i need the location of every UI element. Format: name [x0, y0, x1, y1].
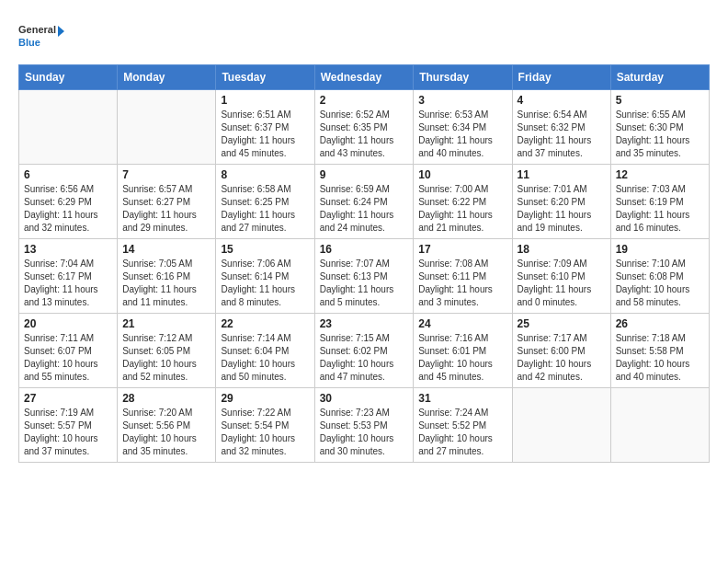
- day-info: Sunrise: 7:15 AMSunset: 6:02 PMDaylight:…: [320, 332, 409, 384]
- day-info: Sunrise: 7:20 AMSunset: 5:56 PMDaylight:…: [122, 407, 210, 458]
- day-number: 13: [24, 243, 112, 256]
- svg-text:General: General: [18, 24, 56, 35]
- day-number: 23: [320, 317, 409, 330]
- week-row-1: 1Sunrise: 6:51 AMSunset: 6:37 PMDaylight…: [19, 90, 710, 165]
- day-info: Sunrise: 7:00 AMSunset: 6:22 PMDaylight:…: [418, 183, 506, 235]
- day-info: Sunrise: 7:12 AMSunset: 6:05 PMDaylight:…: [122, 332, 210, 384]
- calendar-cell: 16Sunrise: 7:07 AMSunset: 6:13 PMDayligh…: [314, 239, 414, 314]
- day-info: Sunrise: 7:09 AMSunset: 6:10 PMDaylight:…: [518, 258, 606, 309]
- week-row-3: 13Sunrise: 7:04 AMSunset: 6:17 PMDayligh…: [19, 239, 710, 314]
- calendar-cell: 19Sunrise: 7:10 AMSunset: 6:08 PMDayligh…: [610, 239, 709, 314]
- day-number: 1: [221, 94, 309, 107]
- column-header-tuesday: Tuesday: [216, 65, 314, 90]
- day-info: Sunrise: 7:19 AMSunset: 5:57 PMDaylight:…: [24, 407, 112, 458]
- day-number: 9: [320, 168, 409, 181]
- day-info: Sunrise: 7:24 AMSunset: 5:52 PMDaylight:…: [418, 407, 506, 458]
- calendar-cell: 3Sunrise: 6:53 AMSunset: 6:34 PMDaylight…: [414, 90, 512, 165]
- calendar-cell: 7Sunrise: 6:57 AMSunset: 6:27 PMDaylight…: [118, 165, 216, 239]
- day-number: 19: [616, 243, 704, 256]
- day-number: 16: [320, 243, 409, 256]
- day-number: 10: [418, 168, 506, 181]
- header-row: SundayMondayTuesdayWednesdayThursdayFrid…: [19, 65, 710, 90]
- calendar-cell: 2Sunrise: 6:52 AMSunset: 6:35 PMDaylight…: [314, 90, 414, 165]
- week-row-5: 27Sunrise: 7:19 AMSunset: 5:57 PMDayligh…: [19, 388, 710, 463]
- svg-text:Blue: Blue: [18, 37, 40, 48]
- day-info: Sunrise: 7:14 AMSunset: 6:04 PMDaylight:…: [221, 332, 309, 384]
- day-number: 29: [221, 392, 309, 405]
- day-info: Sunrise: 7:22 AMSunset: 5:54 PMDaylight:…: [221, 407, 309, 458]
- column-header-friday: Friday: [512, 65, 610, 90]
- calendar-cell: 13Sunrise: 7:04 AMSunset: 6:17 PMDayligh…: [19, 239, 118, 314]
- week-row-2: 6Sunrise: 6:56 AMSunset: 6:29 PMDaylight…: [19, 165, 710, 239]
- day-number: 7: [122, 168, 210, 181]
- calendar-cell: 17Sunrise: 7:08 AMSunset: 6:11 PMDayligh…: [414, 239, 512, 314]
- calendar-cell: 28Sunrise: 7:20 AMSunset: 5:56 PMDayligh…: [118, 388, 216, 463]
- day-info: Sunrise: 6:59 AMSunset: 6:24 PMDaylight:…: [320, 183, 409, 235]
- calendar-cell: 29Sunrise: 7:22 AMSunset: 5:54 PMDayligh…: [216, 388, 314, 463]
- column-header-thursday: Thursday: [414, 65, 512, 90]
- day-number: 5: [616, 94, 704, 107]
- calendar-cell: 26Sunrise: 7:18 AMSunset: 5:58 PMDayligh…: [610, 314, 709, 388]
- calendar-cell: 9Sunrise: 6:59 AMSunset: 6:24 PMDaylight…: [314, 165, 414, 239]
- day-info: Sunrise: 7:07 AMSunset: 6:13 PMDaylight:…: [320, 258, 409, 309]
- calendar-cell: 20Sunrise: 7:11 AMSunset: 6:07 PMDayligh…: [19, 314, 118, 388]
- day-info: Sunrise: 7:08 AMSunset: 6:11 PMDaylight:…: [418, 258, 506, 309]
- day-info: Sunrise: 7:18 AMSunset: 5:58 PMDaylight:…: [616, 332, 704, 384]
- day-info: Sunrise: 7:11 AMSunset: 6:07 PMDaylight:…: [24, 332, 112, 384]
- day-number: 4: [518, 94, 606, 107]
- day-number: 15: [221, 243, 309, 256]
- day-info: Sunrise: 7:03 AMSunset: 6:19 PMDaylight:…: [616, 183, 704, 235]
- logo-svg: General Blue: [18, 18, 64, 55]
- column-header-monday: Monday: [118, 65, 216, 90]
- day-info: Sunrise: 7:17 AMSunset: 6:00 PMDaylight:…: [518, 332, 606, 384]
- day-info: Sunrise: 7:01 AMSunset: 6:20 PMDaylight:…: [518, 183, 606, 235]
- calendar-cell: 27Sunrise: 7:19 AMSunset: 5:57 PMDayligh…: [19, 388, 118, 463]
- day-number: 3: [418, 94, 506, 107]
- day-info: Sunrise: 7:04 AMSunset: 6:17 PMDaylight:…: [24, 258, 112, 309]
- day-info: Sunrise: 7:06 AMSunset: 6:14 PMDaylight:…: [221, 258, 309, 309]
- day-number: 20: [24, 317, 112, 330]
- calendar-cell: [610, 388, 709, 463]
- day-number: 11: [518, 168, 606, 181]
- calendar-cell: 18Sunrise: 7:09 AMSunset: 6:10 PMDayligh…: [512, 239, 610, 314]
- calendar-cell: 31Sunrise: 7:24 AMSunset: 5:52 PMDayligh…: [414, 388, 512, 463]
- calendar-cell: 5Sunrise: 6:55 AMSunset: 6:30 PMDaylight…: [610, 90, 709, 165]
- day-info: Sunrise: 6:58 AMSunset: 6:25 PMDaylight:…: [221, 183, 309, 235]
- column-header-saturday: Saturday: [610, 65, 709, 90]
- day-info: Sunrise: 6:51 AMSunset: 6:37 PMDaylight:…: [221, 109, 309, 160]
- calendar-cell: 24Sunrise: 7:16 AMSunset: 6:01 PMDayligh…: [414, 314, 512, 388]
- day-info: Sunrise: 6:56 AMSunset: 6:29 PMDaylight:…: [24, 183, 112, 235]
- calendar-cell: 21Sunrise: 7:12 AMSunset: 6:05 PMDayligh…: [118, 314, 216, 388]
- day-info: Sunrise: 6:54 AMSunset: 6:32 PMDaylight:…: [518, 109, 606, 160]
- day-number: 18: [518, 243, 606, 256]
- day-number: 2: [320, 94, 409, 107]
- calendar-cell: 6Sunrise: 6:56 AMSunset: 6:29 PMDaylight…: [19, 165, 118, 239]
- calendar-cell: 23Sunrise: 7:15 AMSunset: 6:02 PMDayligh…: [314, 314, 414, 388]
- calendar-table: SundayMondayTuesdayWednesdayThursdayFrid…: [18, 64, 710, 463]
- day-info: Sunrise: 7:05 AMSunset: 6:16 PMDaylight:…: [122, 258, 210, 309]
- calendar-cell: [118, 90, 216, 165]
- calendar-cell: 14Sunrise: 7:05 AMSunset: 6:16 PMDayligh…: [118, 239, 216, 314]
- logo: General Blue: [18, 18, 64, 55]
- day-number: 30: [320, 392, 409, 405]
- calendar-cell: 30Sunrise: 7:23 AMSunset: 5:53 PMDayligh…: [314, 388, 414, 463]
- week-row-4: 20Sunrise: 7:11 AMSunset: 6:07 PMDayligh…: [19, 314, 710, 388]
- day-number: 6: [24, 168, 112, 181]
- day-number: 12: [616, 168, 704, 181]
- column-header-sunday: Sunday: [19, 65, 118, 90]
- day-number: 27: [24, 392, 112, 405]
- day-number: 14: [122, 243, 210, 256]
- day-info: Sunrise: 6:57 AMSunset: 6:27 PMDaylight:…: [122, 183, 210, 235]
- day-number: 31: [418, 392, 506, 405]
- day-number: 25: [518, 317, 606, 330]
- calendar-cell: 22Sunrise: 7:14 AMSunset: 6:04 PMDayligh…: [216, 314, 314, 388]
- calendar-cell: 4Sunrise: 6:54 AMSunset: 6:32 PMDaylight…: [512, 90, 610, 165]
- calendar-cell: 1Sunrise: 6:51 AMSunset: 6:37 PMDaylight…: [216, 90, 314, 165]
- day-info: Sunrise: 7:23 AMSunset: 5:53 PMDaylight:…: [320, 407, 409, 458]
- day-info: Sunrise: 6:53 AMSunset: 6:34 PMDaylight:…: [418, 109, 506, 160]
- day-number: 21: [122, 317, 210, 330]
- calendar-cell: [512, 388, 610, 463]
- calendar-cell: 12Sunrise: 7:03 AMSunset: 6:19 PMDayligh…: [610, 165, 709, 239]
- calendar-cell: [19, 90, 118, 165]
- calendar-cell: 11Sunrise: 7:01 AMSunset: 6:20 PMDayligh…: [512, 165, 610, 239]
